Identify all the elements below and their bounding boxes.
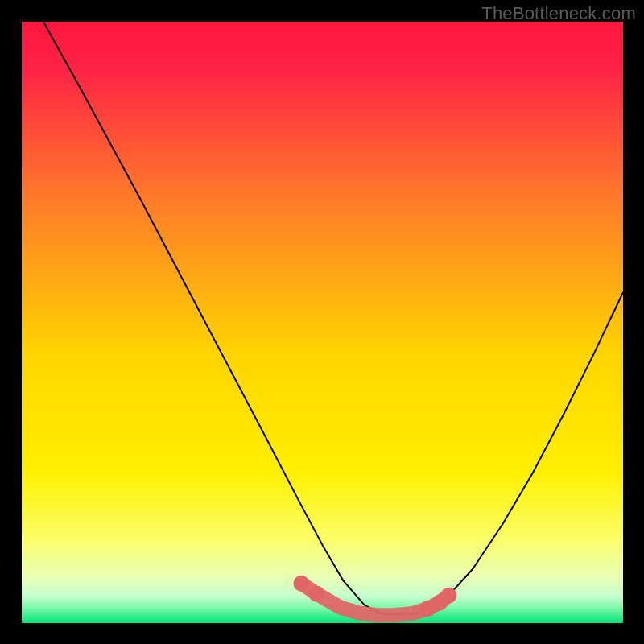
highlight-dot — [293, 576, 309, 592]
watermark-text: TheBottleneck.com — [481, 3, 636, 24]
highlight-dot — [308, 585, 324, 601]
chart-svg — [22, 22, 623, 623]
highlight-dot — [440, 588, 456, 604]
chart-plot-area — [22, 22, 623, 623]
gradient-background — [22, 22, 623, 623]
